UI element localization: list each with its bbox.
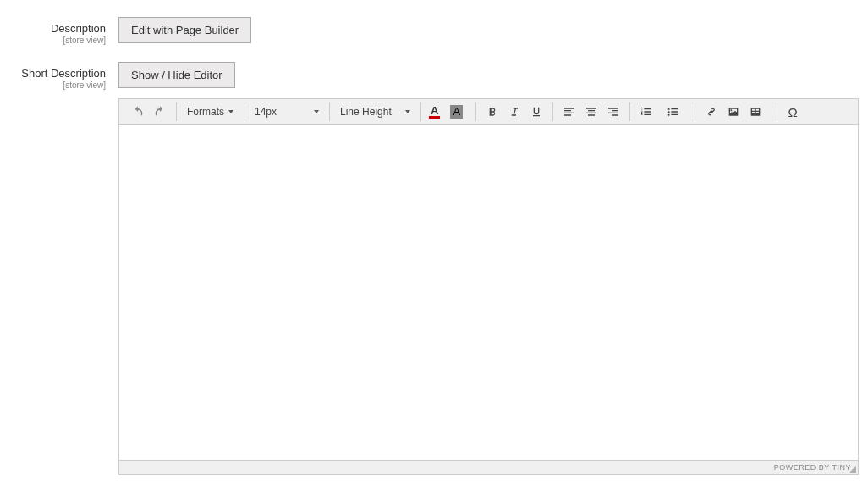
short-description-label-col: Short Description [store view]	[8, 62, 118, 90]
image-button[interactable]	[722, 102, 744, 122]
text-color-button[interactable]: A	[426, 102, 442, 122]
description-scope: [store view]	[8, 36, 106, 45]
bold-button[interactable]	[481, 102, 503, 122]
special-char-button[interactable]: Ω	[783, 102, 803, 122]
formats-dropdown[interactable]: Formats	[182, 102, 239, 122]
table-icon	[749, 105, 762, 119]
formats-label: Formats	[187, 106, 224, 118]
align-center-button[interactable]	[580, 102, 602, 122]
align-right-button[interactable]	[602, 102, 624, 122]
bg-color-caret[interactable]	[465, 102, 470, 122]
description-label-col: Description [store view]	[8, 17, 118, 45]
short-description-label: Short Description	[21, 67, 106, 80]
undo-icon	[131, 105, 145, 119]
resize-handle[interactable]	[849, 466, 856, 473]
align-left-button[interactable]	[558, 102, 580, 122]
short-description-field: Show / Hide Editor Formats	[118, 62, 860, 475]
powered-by-label: POWERED BY TINY	[774, 463, 851, 472]
description-field: Edit with Page Builder	[118, 17, 860, 43]
redo-button[interactable]	[149, 102, 171, 122]
bullet-list-button[interactable]	[662, 102, 684, 122]
bullet-list-caret[interactable]	[684, 102, 689, 122]
line-height-label: Line Height	[340, 106, 392, 118]
bg-color-button[interactable]: A	[448, 102, 465, 122]
text-color-icon: A	[429, 105, 440, 119]
description-row: Description [store view] Edit with Page …	[8, 17, 860, 45]
font-size-value: 14px	[255, 106, 277, 118]
table-button[interactable]	[744, 102, 766, 122]
italic-button[interactable]	[503, 102, 525, 122]
editor-footer: POWERED BY TINY	[119, 460, 858, 474]
caret-down-icon	[228, 110, 233, 113]
bg-color-icon: A	[450, 105, 463, 119]
short-description-row: Short Description [store view] Show / Hi…	[8, 62, 860, 475]
table-caret[interactable]	[766, 102, 772, 122]
editor-toolbar: Formats 14px Line Height	[119, 99, 858, 125]
edit-with-page-builder-button[interactable]: Edit with Page Builder	[118, 17, 251, 43]
bullet-list-icon	[667, 105, 680, 119]
numbered-list-button[interactable]	[635, 102, 657, 122]
italic-icon	[508, 105, 521, 119]
caret-down-icon	[314, 110, 319, 113]
font-size-dropdown[interactable]: 14px	[250, 102, 324, 122]
show-hide-editor-button[interactable]: Show / Hide Editor	[118, 62, 235, 88]
editor-content-area[interactable]	[119, 125, 858, 460]
redo-icon	[153, 105, 167, 119]
link-button[interactable]	[700, 102, 722, 122]
short-description-scope: [store view]	[8, 80, 106, 90]
align-right-icon	[607, 105, 620, 119]
rich-text-editor: Formats 14px Line Height	[118, 98, 859, 475]
caret-down-icon	[405, 110, 410, 113]
link-icon	[705, 105, 718, 119]
undo-button[interactable]	[127, 102, 149, 122]
image-icon	[727, 105, 740, 119]
align-center-icon	[585, 105, 598, 119]
underline-icon	[530, 105, 543, 119]
description-label: Description	[51, 22, 106, 35]
bold-icon	[486, 105, 499, 119]
omega-icon: Ω	[788, 105, 797, 119]
underline-button[interactable]	[525, 102, 547, 122]
line-height-dropdown[interactable]: Line Height	[335, 102, 415, 122]
numbered-list-icon	[640, 105, 653, 119]
align-left-icon	[563, 105, 576, 119]
